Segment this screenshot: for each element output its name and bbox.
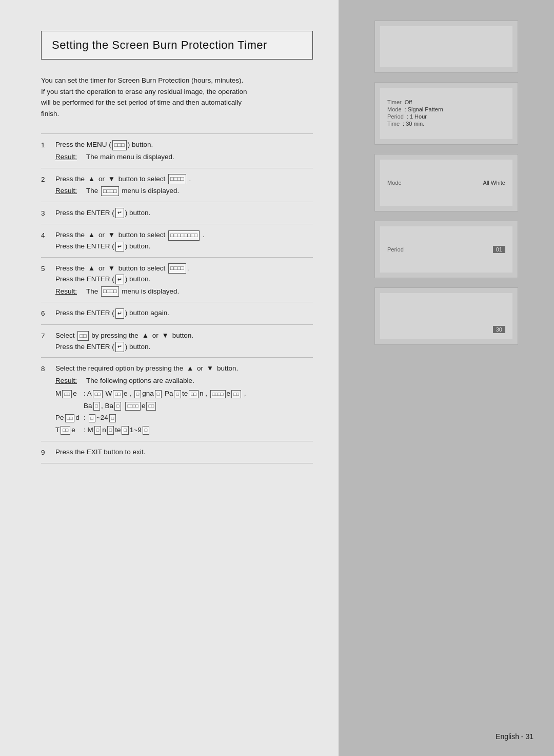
invert-box2: □□ [231,390,241,398]
mode-value-2: Ba□, Ba□ □□□□e□□ [84,400,313,412]
step-text-7: Select □□ by pressing the ▲ or ▼ button. [55,332,193,339]
step-num-8: 8 [41,363,55,375]
enter-icon-4: ↵ [115,242,124,252]
footer-text: English - 31 [496,732,533,741]
timer-row: Timer Off [387,99,505,105]
result-text-1: The main menu is displayed. [86,151,174,163]
mode-row: Mode : Signal Pattern [387,106,505,112]
step-3: 3 Press the ENTER (↵) button. [41,202,313,224]
step-text-8: Select the required option by pressing t… [55,364,238,372]
mode-value-s3: All White [483,180,505,186]
screen-card-3: Mode All White [374,154,518,211]
enter-icon-6: ↵ [115,308,124,319]
enter-icon-3: ↵ [115,208,124,218]
timer-icon2: □□□□ [101,286,119,297]
time-range-box4: □ [143,426,149,434]
screen-card-1 [374,21,518,73]
step-9: 9 Press the EXIT button to exit. [41,441,313,464]
page-container: Setting the Screen Burn Protection Timer… [0,0,554,756]
mode-option-2: Ba□, Ba□ □□□□e□□ [55,400,313,412]
setup-icon2: □□□□ [101,186,119,197]
period-value: : □~24□ [84,412,313,423]
screen-inner-1 [380,26,512,67]
result-label-5: Result: [55,286,86,297]
result-text-5: The □□□□ menu is displayed. [86,286,179,297]
step-num-5: 5 [41,263,55,275]
timer-value: Off [405,99,412,105]
on-icon: □□ [77,331,88,341]
screen-inner-4: Period 01 [380,226,512,273]
screen-inner-2: Timer Off Mode : Signal Pattern Period :… [380,88,512,139]
time-range-box: □ [94,426,101,434]
step-content-3: Press the ENTER (↵) button. [55,207,313,219]
barinvert-box3: □□ [146,402,156,410]
time-label-s2: Time [387,121,400,127]
options-list: M□□e : A□□ W□□e , □gna□ Pa□te□□n , □□□□e… [55,388,313,435]
step-1: 1 Press the MENU (□□□) button. Result: T… [41,133,313,167]
period-value-s2: : 1 Hour [407,113,427,120]
screen-card-2: Timer Off Mode : Signal Pattern Period :… [374,82,518,145]
step-content-5: Press the ▲ or ▼ button to select □□□□. … [55,263,313,297]
mode-value-s2: : Signal Pattern [405,106,443,112]
period-option: Pe□□d : □~24□ [55,412,313,423]
time-value-s5: 30 [493,326,505,333]
step-subtext-7: Press the ENTER (↵) button. [55,343,150,351]
mode-label: M□□e [55,388,84,399]
step-text-2: Press the ▲ or ▼ button to select □□□□ . [55,175,191,183]
result-label-1: Result: [55,151,86,163]
time-row: Time : 30 min. [387,121,505,127]
step-subtext-5: Press the ENTER (↵) button. [55,275,150,283]
setup-icon: □□□□ [168,174,186,184]
result-label-8: Result: [55,375,86,386]
barinvert-box2: □□□□ [125,402,141,410]
step-subtext-4: Press the ENTER (↵) button. [55,242,150,250]
step-num-1: 1 [41,139,55,151]
signal-box: □ [134,390,141,398]
period-value-s4: 01 [493,246,505,253]
time-box: □□ [61,426,70,434]
allwhite-box2: □□ [113,390,123,398]
step-num-4: 4 [41,229,55,241]
step-content-9: Press the EXIT button to exit. [55,447,313,458]
step-num-9: 9 [41,447,55,458]
step-num-2: 2 [41,173,55,185]
intro-paragraph: You can set the timer for Screen Burn Pr… [41,75,313,119]
result-text-2: The □□□□ menu is displayed. [86,185,179,197]
period-label-s4: Period [387,246,404,253]
menu-icon: □□□ [112,140,127,150]
period-range-box: □ [89,414,95,422]
step-num-3: 3 [41,207,55,219]
bartype-box: □ [93,402,100,410]
mode-box: □□ [62,390,72,398]
step-8: 8 Select the required option by pressing… [41,357,313,441]
screen-inner-3: Mode All White [380,160,512,206]
timer-icon: □□□□ [168,263,186,274]
step-num-6: 6 [41,307,55,319]
pattern-box: □ [174,390,181,398]
time-value: : M□n□te□1~9□ [84,424,313,436]
time-label: T□□e [55,424,84,436]
mode-option: M□□e : A□□ W□□e , □gna□ Pa□te□□n , □□□□e… [55,388,313,399]
invert-box: □□□□ [210,390,226,398]
timer-label: Timer [387,99,402,105]
screen-card-5: 30 [374,287,518,345]
result-label-2: Result: [55,185,86,197]
period-row: Period : 1 Hour [387,113,505,120]
time-value-s2: : 30 min. [403,121,424,127]
step-content-7: Select □□ by pressing the ▲ or ▼ button.… [55,330,313,352]
period-range-box2: □ [109,414,116,422]
title-box: Setting the Screen Burn Protection Timer [41,31,313,60]
period-label: Pe□□d [55,412,84,423]
mode-value: : A□□ W□□e , □gna□ Pa□te□□n , □□□□e□□ , [84,388,313,399]
page-title: Setting the Screen Burn Protection Timer [52,38,302,52]
right-sidebar: Timer Off Mode : Signal Pattern Period :… [339,0,554,756]
period-label-s2: Period [387,113,404,120]
signal-box2: □ [155,390,162,398]
step-7: 7 Select □□ by pressing the ▲ or ▼ butto… [41,324,313,357]
enter-icon-5: ↵ [115,275,124,285]
step-6: 6 Press the ENTER (↵) button again. [41,302,313,324]
step-content-4: Press the ▲ or ▼ button to select □□□□□□… [55,229,313,251]
step-2: 2 Press the ▲ or ▼ button to select □□□□… [41,168,313,202]
step-num-7: 7 [41,330,55,342]
allwhite-box: □□ [93,390,103,398]
